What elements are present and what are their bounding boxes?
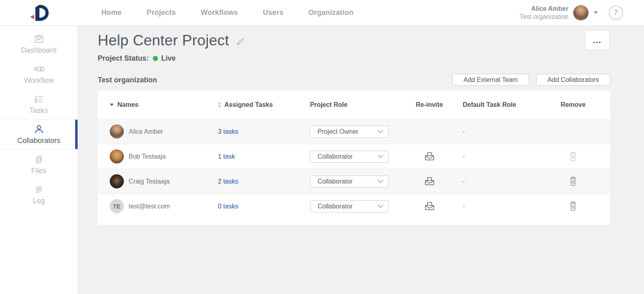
remove-button-disabled (569, 151, 577, 161)
live-status-dot (153, 56, 158, 61)
reinvite-button[interactable] (424, 201, 435, 211)
files-icon (34, 154, 44, 165)
sidebar: Dashboard Workflow Tasks Collaborators (0, 26, 78, 294)
sidebar-label: Collaborators (17, 137, 60, 145)
avatar (110, 174, 124, 188)
more-options-button[interactable]: ... (585, 30, 609, 50)
main-nav: Home Projects Workflows Users Organizati… (101, 8, 353, 17)
help-button[interactable]: ? (609, 6, 623, 20)
sidebar-label: Files (31, 167, 46, 175)
user-avatar (573, 5, 589, 20)
default-task-role: - (451, 178, 536, 185)
collaborator-name: Craig Testaaja (129, 178, 170, 185)
nav-organization[interactable]: Organization (308, 8, 353, 17)
table-row: TE test@test.com 0 tasks Collaborator (98, 194, 610, 218)
remove-button[interactable] (569, 176, 577, 186)
collaborator-name: test@test.com (129, 203, 170, 210)
project-status-label: Project Status: (98, 54, 149, 63)
collaborator-name: Bob Testaaja (129, 153, 166, 160)
table-actions: Add External Team Add Collaborators (452, 74, 610, 86)
sidebar-item-collaborators[interactable]: Collaborators (0, 119, 78, 149)
trash-icon (569, 151, 577, 161)
sidebar-label: Tasks (29, 106, 48, 115)
column-header-project-role: Project Role (310, 101, 407, 108)
remove-button[interactable] (569, 201, 577, 211)
column-header-remove: Remove (536, 101, 610, 108)
organization-heading: Test organization (98, 76, 157, 86)
sidebar-item-files[interactable]: Files (0, 149, 78, 180)
chevron-down-icon (377, 180, 384, 183)
trash-icon (569, 176, 577, 186)
org-row: Test organization Add External Team Add … (98, 74, 610, 86)
chevron-down-icon (377, 130, 384, 133)
table-row: Alice Amber 3 tasks Project Owner - (98, 119, 610, 144)
user-organization: Test organization (520, 13, 568, 21)
top-bar: Home Projects Workflows Users Organizati… (0, 0, 644, 26)
nav-home[interactable]: Home (101, 8, 122, 17)
assigned-tasks-link[interactable]: 0 tasks (218, 203, 238, 210)
user-info: Alice Amber Test organization (520, 5, 568, 21)
page-head: Help Center Project (98, 32, 644, 49)
sidebar-label: Dashboard (21, 46, 56, 55)
column-header-assigned-tasks: Assigned Tasks (217, 101, 310, 108)
envelope-invite-icon (424, 201, 435, 211)
chevron-down-icon (593, 11, 598, 14)
project-role-select[interactable]: Project Owner (310, 126, 389, 138)
sidebar-label: Log (33, 197, 45, 205)
column-header-reinvite: Re-invite (407, 101, 451, 108)
add-collaborators-button[interactable]: Add Collaborators (536, 74, 610, 86)
user-name: Alice Amber (520, 5, 568, 13)
question-mark-icon: ? (614, 8, 618, 17)
collaborators-icon (34, 124, 44, 135)
tasks-icon (34, 94, 44, 104)
envelope-invite-icon (424, 176, 435, 186)
main-content: Help Center Project ... Project Status: … (78, 26, 644, 294)
default-task-role: - (451, 128, 536, 135)
collaborators-table: Names Assigned Tasks Project Role Re-inv… (98, 91, 610, 225)
project-role-select[interactable]: Collaborator (310, 200, 389, 212)
project-status-value: Live (161, 54, 176, 63)
assigned-tasks-link[interactable]: 1 task (218, 153, 235, 160)
collaborator-name: Alice Amber (129, 128, 163, 135)
project-role-select[interactable]: Collaborator (310, 151, 389, 163)
nav-projects[interactable]: Projects (147, 8, 176, 17)
assigned-tasks-link[interactable]: 3 tasks (218, 128, 238, 135)
workflow-icon (34, 64, 44, 74)
sidebar-item-workflow[interactable]: Workflow (0, 59, 78, 89)
column-header-default-task-role: Default Task Role (451, 101, 536, 108)
avatar-initials: TE (110, 199, 124, 213)
table-header: Names Assigned Tasks Project Role Re-inv… (98, 91, 610, 119)
user-menu[interactable]: Alice Amber Test organization ? (520, 5, 644, 21)
envelope-invite-icon (424, 151, 435, 161)
trash-icon (569, 201, 577, 211)
table-row: Craig Testaaja 2 tasks Collaborator (98, 169, 610, 194)
avatar (110, 125, 124, 139)
project-status: Project Status: Live (98, 54, 644, 63)
edit-pencil-icon[interactable] (236, 37, 245, 47)
table-row: Bob Testaaja 1 task Collaborator - (98, 144, 610, 169)
project-role-select[interactable]: Collaborator (310, 176, 389, 188)
avatar (110, 149, 124, 163)
chevron-down-icon (377, 155, 384, 158)
default-task-role: - (451, 203, 536, 210)
sort-both-icon[interactable] (218, 102, 221, 108)
sidebar-item-tasks[interactable]: Tasks (0, 89, 78, 119)
reinvite-button[interactable] (424, 151, 435, 161)
reinvite-button[interactable] (424, 176, 435, 186)
page-title: Help Center Project (98, 32, 229, 49)
sidebar-item-log[interactable]: Log (0, 180, 78, 210)
add-external-team-button[interactable]: Add External Team (452, 74, 529, 86)
app-logo[interactable] (0, 4, 78, 21)
chevron-down-icon (377, 204, 384, 208)
assigned-tasks-link[interactable]: 2 tasks (218, 178, 238, 185)
logo-icon (29, 4, 49, 21)
nav-users[interactable]: Users (263, 8, 283, 17)
log-icon (34, 184, 44, 195)
nav-workflows[interactable]: Workflows (201, 8, 238, 17)
default-task-role: - (451, 153, 536, 160)
column-header-names: Names (98, 101, 217, 108)
dashboard-icon (34, 34, 44, 44)
sidebar-label: Workflow (24, 76, 54, 85)
sort-desc-icon[interactable] (110, 104, 114, 106)
sidebar-item-dashboard[interactable]: Dashboard (0, 29, 78, 59)
